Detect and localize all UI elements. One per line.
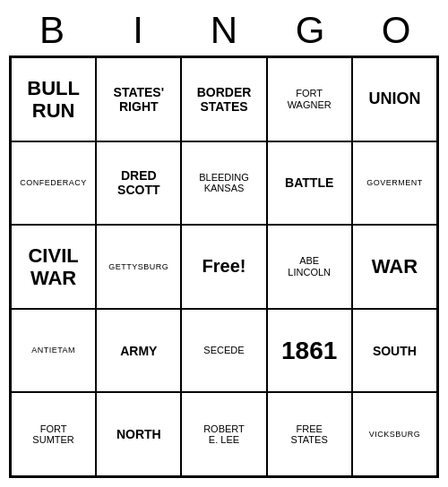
- letter-b: B: [16, 9, 88, 52]
- bingo-cell: ABELINCOLN: [267, 225, 352, 309]
- bingo-cell: UNION: [352, 57, 437, 141]
- bingo-cell: ROBERTE. LEE: [181, 392, 266, 476]
- bingo-cell: SOUTH: [352, 309, 437, 393]
- bingo-cell: BLEEDINGKANSAS: [181, 141, 266, 226]
- bingo-cell: WAR: [352, 225, 437, 309]
- bingo-cell: DREDSCOTT: [96, 141, 181, 226]
- letter-i: I: [102, 9, 174, 52]
- bingo-grid: BULLRUNSTATES'RIGHTBORDERSTATESFORTWAGNE…: [9, 56, 439, 478]
- letter-g: G: [274, 9, 346, 52]
- bingo-cell: BORDERSTATES: [181, 57, 266, 141]
- bingo-cell: FORTWAGNER: [267, 57, 352, 141]
- bingo-cell: CIVILWAR: [11, 225, 96, 309]
- bingo-cell: 1861: [267, 309, 352, 393]
- bingo-cell: CONFEDERACY: [11, 141, 96, 226]
- bingo-cell: VICKSBURG: [352, 392, 437, 476]
- bingo-cell: SECEDE: [181, 309, 266, 393]
- bingo-cell: GETTYSBURG: [96, 225, 181, 309]
- bingo-cell: BATTLE: [267, 141, 352, 226]
- bingo-cell: Free!: [181, 225, 266, 309]
- bingo-cell: FREESTATES: [267, 392, 352, 476]
- bingo-cell: BULLRUN: [11, 57, 96, 141]
- bingo-cell: ANTIETAM: [11, 309, 96, 393]
- bingo-title: B I N G O: [9, 9, 439, 52]
- bingo-cell: STATES'RIGHT: [96, 57, 181, 141]
- letter-n: N: [188, 9, 260, 52]
- bingo-cell: GOVERMENT: [352, 141, 437, 226]
- letter-o: O: [360, 9, 432, 52]
- bingo-cell: ARMY: [96, 309, 181, 393]
- bingo-cell: FORTSUMTER: [11, 392, 96, 476]
- bingo-cell: NORTH: [96, 392, 181, 476]
